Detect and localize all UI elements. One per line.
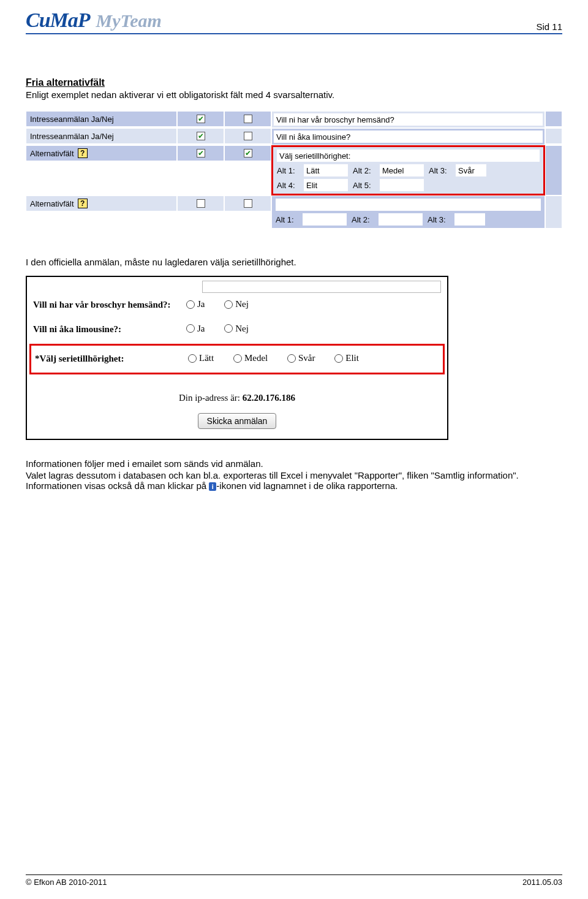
- alt-label: Alt 1:: [276, 215, 300, 224]
- alt-input[interactable]: Svår: [456, 164, 486, 176]
- checkbox-required[interactable]: [244, 199, 252, 208]
- page-header: CuMaP MyTeam Sid 11: [26, 9, 562, 34]
- ip-label: Din ip-adress är:: [179, 393, 243, 403]
- row-label-text: Alternativfält: [30, 199, 74, 208]
- radio-option[interactable]: Svår: [287, 353, 315, 363]
- question-input[interactable]: Vill ni åka limousine?: [274, 131, 543, 143]
- row-end: [545, 128, 562, 144]
- alt-label: Alt 2:: [353, 166, 377, 175]
- row-end: [545, 195, 562, 229]
- checkbox-cell: [224, 128, 271, 144]
- radio-option[interactable]: Nej: [224, 324, 249, 334]
- brand-myteam: MyTeam: [96, 10, 162, 31]
- opt-label: Nej: [235, 324, 249, 334]
- opt-label: Ja: [197, 299, 205, 309]
- alt-input[interactable]: [379, 213, 423, 226]
- question-input[interactable]: [276, 199, 541, 211]
- footer-copyright: © Efkon AB 2010-2011: [26, 878, 107, 887]
- radio-option[interactable]: Medel: [233, 353, 268, 363]
- brand-logo: CuMaP MyTeam: [26, 9, 162, 32]
- radio-option[interactable]: Nej: [224, 299, 249, 309]
- radio-icon: [287, 354, 296, 363]
- checkbox-required[interactable]: [244, 115, 252, 123]
- row-end: [545, 111, 562, 127]
- radio-icon: [224, 300, 233, 309]
- ip-value: 62.20.176.186: [243, 393, 295, 403]
- checkbox-enabled[interactable]: ✔: [197, 149, 205, 157]
- checkbox-cell: [177, 195, 224, 211]
- checkbox-required[interactable]: ✔: [244, 149, 252, 157]
- form-top-input[interactable]: [202, 281, 441, 293]
- checkbox-enabled[interactable]: ✔: [197, 115, 205, 123]
- alt-item: Alt 3:: [428, 213, 485, 226]
- checkbox-cell: ✔: [177, 145, 224, 161]
- radio-icon: [233, 354, 242, 363]
- alt-input[interactable]: Lätt: [304, 164, 348, 176]
- alt-label: Alt 4:: [277, 181, 301, 190]
- help-icon[interactable]: ?: [78, 148, 88, 158]
- radio-icon: [224, 324, 233, 333]
- opt-label: Svår: [298, 353, 315, 363]
- admin-row-alt: Alternativfält ? Alt 1:: [26, 195, 562, 229]
- admin-row-alt: Alternativfält ? ✔ ✔ Välj serietillhörig…: [26, 145, 562, 195]
- question-input[interactable]: Vill ni har vår broschyr hemsänd?: [274, 113, 543, 126]
- section2-intro: I den officiella anmälan, måste nu lagle…: [26, 257, 562, 267]
- form-required-row: *Välj serietillhörighet: Lätt Medel Svår…: [29, 344, 445, 374]
- form-options: Ja Nej: [186, 299, 266, 311]
- info-text-b: -ikonen vid lagnamnet i de olika rapport…: [216, 480, 398, 491]
- row-end: [545, 145, 562, 195]
- form-question: Vill ni har vår broschyr hemsänd?:: [33, 300, 186, 310]
- form-options: Ja Nej: [186, 324, 266, 336]
- form-row: Vill ni har vår broschyr hemsänd?: Ja Ne…: [33, 293, 441, 317]
- page-footer: © Efkon AB 2010-2011 2011.05.03: [26, 874, 562, 887]
- row-label: Alternativfält ?: [26, 195, 177, 211]
- page-number: Sid 11: [536, 21, 562, 32]
- opt-label: Medel: [244, 353, 268, 363]
- checkbox-cell: ✔: [177, 128, 224, 144]
- info-paragraph-2: Valet lagras dessutom i databasen och ka…: [26, 470, 562, 491]
- info-paragraph-1: Informationen följer med i emailet som s…: [26, 458, 562, 469]
- row-label: Intresseanmälan Ja/Nej: [26, 111, 177, 127]
- alt-config-block: Välj serietillhörighet: Alt 1: Lätt Alt …: [271, 145, 545, 195]
- alt-label: Alt 3:: [429, 166, 453, 175]
- checkbox-enabled[interactable]: ✔: [197, 132, 205, 140]
- alt-input[interactable]: [380, 179, 424, 191]
- checkbox-cell: ✔: [177, 111, 224, 127]
- alt-input[interactable]: [303, 213, 347, 226]
- checkbox-cell: [224, 111, 271, 127]
- help-icon[interactable]: ?: [78, 199, 88, 208]
- radio-option[interactable]: Lätt: [188, 353, 214, 363]
- info-icon: i: [209, 482, 216, 491]
- radio-option[interactable]: Ja: [186, 299, 205, 309]
- opt-label: Lätt: [199, 353, 214, 363]
- alt-item: Alt 1: Lätt: [277, 164, 348, 176]
- radio-icon: [188, 354, 197, 363]
- alt-label: Alt 2:: [352, 215, 376, 224]
- alt-config-block: Alt 1: Alt 2: Alt 3:: [271, 195, 545, 229]
- opt-label: Elit: [345, 353, 359, 363]
- alt-input[interactable]: Medel: [380, 164, 424, 176]
- checkbox-enabled[interactable]: [197, 199, 205, 208]
- opt-label: Nej: [235, 299, 249, 309]
- checkbox-required[interactable]: [244, 132, 252, 140]
- footer-date: 2011.05.03: [522, 878, 562, 887]
- submit-button[interactable]: Skicka anmälan: [198, 413, 277, 429]
- question-cell: Vill ni har vår broschyr hemsänd?: [271, 111, 545, 128]
- ip-address-line: Din ip-adress är: 62.20.176.186: [33, 393, 441, 403]
- alt-label: Alt 3:: [428, 215, 452, 224]
- radio-icon: [186, 300, 195, 309]
- question-cell: Vill ni åka limousine?: [271, 128, 545, 145]
- opt-label: Ja: [197, 324, 205, 334]
- section-intro: Enligt exemplet nedan aktiverar vi ett o…: [26, 89, 562, 100]
- radio-option[interactable]: Elit: [334, 353, 359, 363]
- radio-option[interactable]: Ja: [186, 324, 205, 334]
- brand-cumap: CuMaP: [26, 9, 90, 32]
- applicant-form: Vill ni har vår broschyr hemsänd?: Ja Ne…: [26, 276, 448, 440]
- alt-input[interactable]: [454, 213, 485, 226]
- alt-input[interactable]: Elit: [304, 179, 348, 191]
- question-input[interactable]: Välj serietillhörighet:: [277, 150, 540, 162]
- alt-label: Alt 5:: [353, 181, 377, 190]
- admin-row: Intresseanmälan Ja/Nej ✔ Vill ni åka lim…: [26, 128, 562, 145]
- alt-item: Alt 5:: [353, 179, 424, 191]
- alt-item: Alt 2:: [352, 213, 423, 226]
